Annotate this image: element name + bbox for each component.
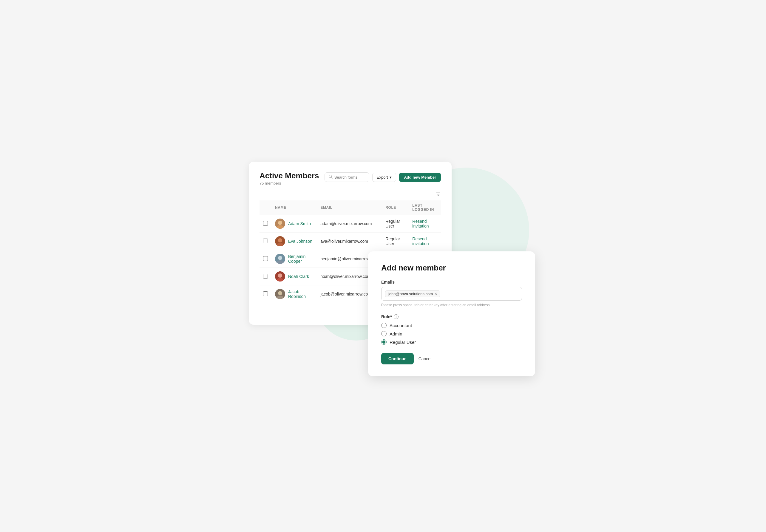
table-row: Eva Johnson ava@oliver.mixarrow.com Regu… (260, 233, 441, 250)
member-name-link[interactable]: Jacob Robinson (288, 289, 313, 299)
row-checkbox-cell (260, 250, 271, 268)
col-name: NAME (271, 200, 317, 215)
member-name-link[interactable]: Benjamin Cooper (288, 254, 313, 264)
role-label-admin: Admin (390, 331, 402, 336)
cancel-button[interactable]: Cancel (418, 356, 432, 361)
modal-actions: Continue Cancel (381, 353, 522, 364)
row-last-logged-cell: Resend invitation (409, 233, 441, 250)
row-name-cell: Noah Clark (271, 268, 317, 285)
row-last-logged-cell: Resend invitation (409, 215, 441, 233)
search-input[interactable] (334, 175, 365, 180)
svg-line-1 (331, 177, 332, 179)
search-icon (328, 174, 333, 180)
role-info-icon[interactable]: i (394, 314, 399, 319)
col-role: ROLE (382, 200, 409, 215)
modal-title: Add new member (381, 263, 522, 273)
avatar (275, 219, 285, 229)
member-name-link[interactable]: Adam Smith (288, 221, 311, 226)
continue-button[interactable]: Continue (381, 353, 414, 364)
role-label-accountant: Accountant (390, 323, 412, 328)
row-checkbox-cell (260, 285, 271, 303)
filter-icon[interactable] (435, 191, 441, 198)
card-header: Active Members 75 members Export ▾ (260, 171, 441, 185)
add-member-modal: Add new member Emails john@nova.solution… (368, 251, 535, 376)
search-box[interactable] (325, 172, 369, 182)
row-checkbox-cell (260, 233, 271, 250)
email-input-container[interactable]: john@nova.solutions.com × (381, 287, 522, 301)
row-role-cell: Regular User (382, 215, 409, 233)
row-email-cell: ava@oliver.mixarrow.com (317, 233, 382, 250)
page-title: Active Members (260, 171, 319, 180)
row-checkbox[interactable] (263, 291, 268, 296)
row-role-cell: Regular User (382, 233, 409, 250)
row-checkbox[interactable] (263, 221, 268, 226)
svg-point-9 (278, 256, 282, 260)
table-header: NAME EMAIL ROLE LAST LOGGED IN (260, 200, 441, 215)
role-label-regular_user: Regular User (390, 340, 416, 345)
card-title-block: Active Members 75 members (260, 171, 319, 185)
role-option-admin[interactable]: Admin (381, 331, 522, 336)
member-name-link[interactable]: Eva Johnson (288, 239, 312, 244)
avatar (275, 271, 285, 282)
email-hint: Please press space, tab or enter key aft… (381, 303, 522, 307)
col-last-logged: LAST LOGGED IN (409, 200, 441, 215)
avatar (275, 254, 285, 264)
role-radio-regular_user[interactable] (381, 339, 387, 345)
row-name-cell: Jacob Robinson (271, 285, 317, 303)
row-name-cell: Adam Smith (271, 215, 317, 233)
avatar (275, 236, 285, 246)
avatar (275, 289, 285, 299)
svg-point-15 (278, 291, 282, 295)
email-tag: john@nova.solutions.com × (385, 290, 440, 297)
row-checkbox[interactable] (263, 239, 268, 243)
filter-row (260, 191, 441, 198)
row-name-cell: Benjamin Cooper (271, 250, 317, 268)
row-name-cell: Eva Johnson (271, 233, 317, 250)
row-email-cell: adam@oliver.mixarrow.com (317, 215, 382, 233)
role-radio-group: Accountant Admin Regular User (381, 323, 522, 345)
row-checkbox[interactable] (263, 256, 268, 261)
resend-invitation-link[interactable]: Resend invitation (412, 219, 429, 228)
export-label: Export (377, 175, 388, 180)
row-checkbox-cell (260, 268, 271, 285)
table-row: Adam Smith adam@oliver.mixarrow.com Regu… (260, 215, 441, 233)
svg-point-6 (278, 238, 282, 242)
resend-invitation-link[interactable]: Resend invitation (412, 236, 429, 246)
role-option-accountant[interactable]: Accountant (381, 323, 522, 328)
row-checkbox-cell (260, 215, 271, 233)
svg-point-3 (278, 221, 282, 225)
add-new-member-button[interactable]: Add new Member (399, 173, 441, 182)
email-tag-close-icon[interactable]: × (435, 292, 437, 296)
emails-label: Emails (381, 280, 522, 284)
members-count: 75 members (260, 181, 319, 185)
role-radio-accountant[interactable] (381, 323, 387, 328)
export-button[interactable]: Export ▾ (372, 173, 396, 182)
email-tag-value: john@nova.solutions.com (388, 292, 433, 296)
row-checkbox[interactable] (263, 274, 268, 279)
role-label: Role* i (381, 314, 522, 319)
col-checkbox (260, 200, 271, 215)
chevron-down-icon: ▾ (390, 175, 392, 180)
member-name-link[interactable]: Noah Clark (288, 274, 309, 279)
role-radio-admin[interactable] (381, 331, 387, 336)
col-email: EMAIL (317, 200, 382, 215)
role-option-regular_user[interactable]: Regular User (381, 339, 522, 345)
card-actions: Export ▾ Add new Member (325, 172, 441, 182)
svg-point-12 (278, 273, 282, 278)
